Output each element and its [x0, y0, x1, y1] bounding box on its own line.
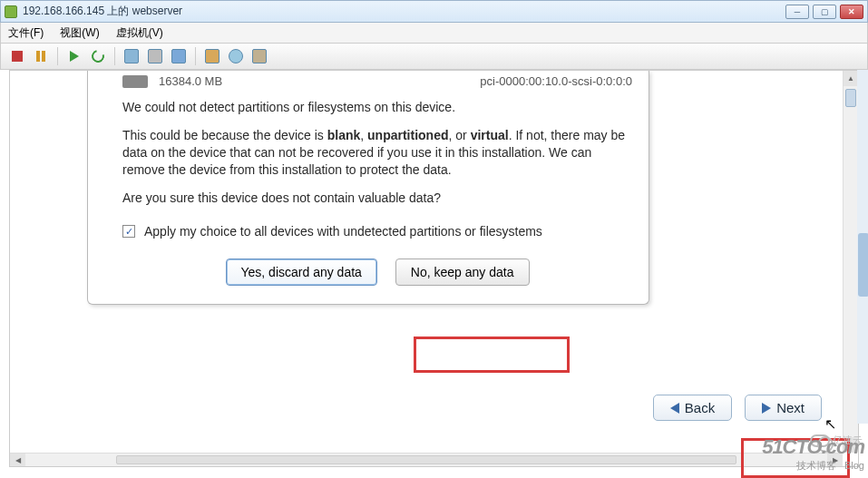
hscroll-thumb[interactable]: [116, 455, 736, 464]
menu-file[interactable]: 文件(F): [8, 25, 44, 41]
stop-icon: [12, 51, 23, 62]
revert-icon: [171, 49, 186, 63]
scroll-right-button[interactable]: ▶: [827, 454, 843, 466]
toolbar-separator: [114, 47, 115, 65]
storage-warning-dialog: 16384.0 MB pci-0000:00:10.0-scsi-0:0:0:0…: [87, 71, 649, 305]
device-info-row: 16384.0 MB pci-0000:00:10.0-scsi-0:0:0:0: [122, 74, 632, 88]
refresh-icon: [89, 47, 106, 64]
next-button[interactable]: Next: [745, 395, 822, 421]
outer-scroll-thumb[interactable]: [858, 233, 868, 297]
network-icon: [252, 49, 267, 63]
maximize-button[interactable]: ▢: [813, 5, 836, 19]
network-button[interactable]: [249, 46, 270, 66]
cd-button[interactable]: [225, 46, 247, 66]
refresh-button[interactable]: [87, 46, 109, 66]
device-path: pci-0000:00:10.0-scsi-0:0:0:0: [480, 74, 632, 88]
disk-icon: [122, 75, 148, 88]
scroll-left-button[interactable]: ◀: [10, 454, 25, 466]
toolbar-separator: [57, 47, 58, 65]
arrow-left-icon: [670, 403, 679, 414]
snapshot-manager-button[interactable]: [144, 46, 166, 66]
confirm-text: Are you sure this device does not contai…: [122, 190, 632, 207]
close-button[interactable]: ✕: [840, 5, 863, 19]
outer-vertical-scrollbar[interactable]: [857, 70, 868, 424]
snapshot-button[interactable]: [121, 46, 142, 66]
window-titlebar: 192.168.166.145 上的 webserver ─ ▢ ✕: [0, 0, 868, 23]
scroll-up-button[interactable]: ▲: [844, 71, 858, 86]
no-detect-text: We could not detect partitions or filesy…: [122, 99, 632, 116]
floppy-button[interactable]: [201, 46, 223, 66]
menu-view[interactable]: 视图(W): [60, 25, 99, 41]
minimize-button[interactable]: ─: [785, 5, 809, 19]
revert-button[interactable]: [168, 46, 190, 66]
apply-all-label: Apply my choice to all devices with unde…: [144, 224, 542, 239]
play-icon: [70, 51, 79, 62]
snapshot-manager-icon: [148, 49, 162, 63]
menu-vm[interactable]: 虚拟机(V): [116, 25, 163, 41]
yes-discard-button[interactable]: Yes, discard any data: [226, 259, 377, 286]
horizontal-scrollbar[interactable]: ◀ ▶: [10, 453, 843, 466]
device-size: 16384.0 MB: [159, 74, 222, 88]
floppy-icon: [205, 49, 219, 63]
play-button[interactable]: [63, 46, 85, 66]
arrow-right-icon: [762, 403, 771, 414]
vsphere-icon: [5, 5, 17, 18]
pause-button[interactable]: [30, 46, 52, 66]
scroll-thumb[interactable]: [845, 89, 856, 107]
apply-all-checkbox[interactable]: ✓: [122, 225, 135, 238]
explain-text: This could be because the device is blan…: [122, 127, 632, 179]
back-button[interactable]: Back: [653, 395, 732, 421]
window-title: 192.168.166.145 上的 webserver: [23, 4, 785, 19]
vertical-scrollbar[interactable]: ▲ ▼: [843, 71, 858, 453]
cd-icon: [229, 49, 243, 63]
snapshot-icon: [124, 49, 139, 63]
toolbar: [0, 43, 868, 70]
no-keep-button[interactable]: No, keep any data: [395, 259, 530, 286]
watermark-yisu: 亿速云: [810, 434, 863, 447]
console-viewport: 16384.0 MB pci-0000:00:10.0-scsi-0:0:0:0…: [9, 70, 859, 467]
menu-bar: 文件(F) 视图(W) 虚拟机(V): [0, 23, 868, 43]
pause-icon: [36, 51, 45, 62]
toolbar-separator: [195, 47, 196, 65]
stop-button[interactable]: [6, 46, 28, 66]
mouse-cursor: ↖: [824, 415, 836, 433]
